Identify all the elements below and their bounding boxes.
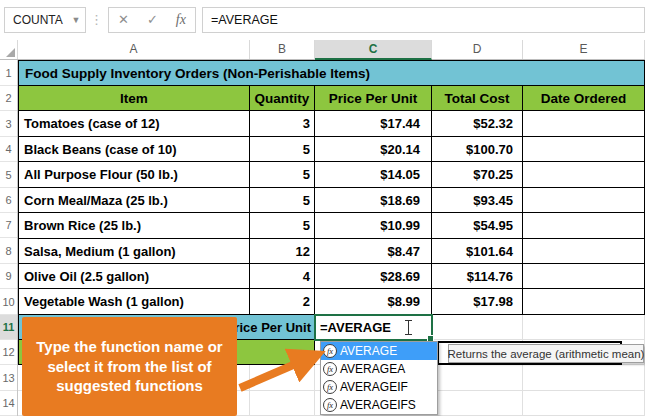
formula-input[interactable]: =AVERAGE	[202, 7, 645, 33]
cell-price[interactable]: $8.47	[315, 239, 432, 264]
row-header-9[interactable]: 9	[0, 264, 17, 289]
table-row: Black Beans (case of 10) 5 $20.14 $100.7…	[18, 137, 645, 162]
cell-date[interactable]	[523, 111, 645, 137]
cell-header-price[interactable]: Price Per Unit	[315, 86, 432, 111]
cell-total[interactable]: $54.95	[432, 213, 523, 239]
cell-date[interactable]	[523, 264, 645, 289]
autocomplete-item-averageifs[interactable]: fx AVERAGEIFS	[321, 396, 437, 414]
select-all-corner[interactable]	[0, 40, 18, 59]
instruction-callout: Type the function name or select it from…	[22, 317, 237, 416]
cancel-icon[interactable]: ✕	[118, 8, 129, 32]
cell-date[interactable]	[523, 162, 645, 188]
cell-price[interactable]: $17.44	[315, 111, 432, 137]
autocomplete-label: AVERAGEA	[340, 362, 405, 376]
column-header-e[interactable]: E	[523, 40, 645, 59]
cell-header-quantity[interactable]: Quantity	[250, 86, 315, 111]
row-header-5[interactable]: 5	[0, 162, 17, 188]
cell-item[interactable]: Salsa, Medium (1 gallon)	[18, 239, 250, 264]
text-cursor-icon	[405, 320, 412, 335]
autocomplete-item-averagea[interactable]: fx AVERAGEA	[321, 360, 437, 378]
cell-quantity[interactable]: 2	[250, 289, 315, 315]
cell-item[interactable]: Olive Oil (2.5 gallon)	[18, 264, 250, 289]
cell-header-total[interactable]: Total Cost	[432, 86, 523, 111]
row-header-7[interactable]: 7	[0, 213, 17, 238]
cell-date[interactable]	[523, 137, 645, 162]
name-box[interactable]: COUNTA ▼	[4, 7, 86, 33]
cell-total[interactable]: $114.76	[432, 264, 523, 289]
cell-e14[interactable]	[523, 391, 645, 416]
row-header-10[interactable]: 10	[0, 289, 17, 315]
table-row: Corn Meal/Maza (25 lb.) 5 $18.69 $93.45	[18, 188, 645, 213]
cell-price[interactable]: $14.05	[315, 162, 432, 188]
cell-d14[interactable]	[432, 391, 523, 416]
cell-quantity[interactable]: 5	[250, 213, 315, 239]
column-headers: A B C D E	[0, 40, 645, 60]
table-row: Salsa, Medium (1 gallon) 12 $8.47 $101.6…	[18, 239, 645, 264]
cell-e11[interactable]	[523, 315, 645, 340]
cell-quantity[interactable]: 12	[250, 239, 315, 264]
name-box-dropdown-icon[interactable]: ▼	[67, 15, 85, 25]
row-header-6[interactable]: 6	[0, 188, 17, 213]
cell-total[interactable]: $70.25	[432, 162, 523, 188]
function-tooltip: Returns the average (arithmetic mean)	[448, 344, 644, 363]
cell-quantity[interactable]: 5	[250, 188, 315, 213]
cell-total[interactable]: $101.64	[432, 239, 523, 264]
active-cell-editor[interactable]: =AVERAGE	[314, 314, 433, 341]
cell-date[interactable]	[523, 289, 645, 315]
cell-price[interactable]: $18.69	[315, 188, 432, 213]
row-header-2[interactable]: 2	[0, 86, 17, 111]
cell-item[interactable]: Corn Meal/Maza (25 lb.)	[18, 188, 250, 213]
formula-bar-buttons: ✕ ✓ fx	[108, 7, 196, 33]
enter-icon[interactable]: ✓	[147, 8, 158, 32]
cell-item[interactable]: Tomatoes (case of 12)	[18, 111, 250, 137]
cell-total[interactable]: $52.32	[432, 111, 523, 137]
cell-price[interactable]: $20.14	[315, 137, 432, 162]
formula-bar-separator-dots: ⋮	[90, 8, 102, 32]
cell-price[interactable]: $28.69	[315, 264, 432, 289]
autocomplete-item-averageif[interactable]: fx AVERAGEIF	[321, 378, 437, 396]
cell-item[interactable]: Vegetable Wash (1 gallon)	[18, 289, 250, 315]
cell-quantity[interactable]: 5	[250, 162, 315, 188]
cell-title[interactable]: Food Supply Inventory Orders (Non-Perish…	[18, 60, 645, 86]
row-header-1[interactable]: 1	[0, 60, 17, 86]
name-box-value: COUNTA	[5, 13, 67, 27]
cell-total[interactable]: $93.45	[432, 188, 523, 213]
cell-date[interactable]	[523, 188, 645, 213]
insert-function-icon[interactable]: fx	[176, 12, 186, 28]
cell-date[interactable]	[523, 239, 645, 264]
cell-total[interactable]: $17.98	[432, 289, 523, 315]
cell-item[interactable]: All Purpose Flour (50 lb.)	[18, 162, 250, 188]
excel-spreadsheet-window: COUNTA ▼ ⋮ ✕ ✓ fx =AVERAGE A B C D E 1 2…	[0, 0, 645, 416]
cell-price[interactable]: $10.99	[315, 213, 432, 239]
cell-quantity[interactable]: 4	[250, 264, 315, 289]
row-header-8[interactable]: 8	[0, 238, 17, 264]
row-header-3[interactable]: 3	[0, 111, 17, 137]
cell-e13[interactable]	[523, 365, 645, 391]
cell-d13[interactable]	[432, 365, 523, 391]
row-header-12[interactable]: 12	[0, 340, 17, 365]
fx-icon: fx	[323, 398, 337, 412]
cell-quantity[interactable]: 3	[250, 111, 315, 137]
cell-price[interactable]: $8.99	[315, 289, 432, 315]
row-header-14[interactable]: 14	[0, 391, 17, 416]
cell-header-item[interactable]: Item	[18, 86, 250, 111]
cell-quantity[interactable]: 5	[250, 137, 315, 162]
column-header-c[interactable]: C	[315, 40, 432, 60]
cell-item[interactable]: Brown Rice (25 lb.)	[18, 213, 250, 239]
cell-d11[interactable]	[432, 315, 523, 340]
autocomplete-item-average[interactable]: fx AVERAGE	[321, 342, 437, 360]
active-cell-text: =AVERAGE	[316, 320, 391, 335]
table-row: All Purpose Flour (50 lb.) 5 $14.05 $70.…	[18, 162, 645, 188]
column-header-d[interactable]: D	[432, 40, 523, 59]
row-header-4[interactable]: 4	[0, 137, 17, 162]
row-header-13[interactable]: 13	[0, 365, 17, 391]
column-header-a[interactable]: A	[18, 40, 250, 59]
cell-date[interactable]	[523, 213, 645, 239]
row-header-11[interactable]: 11	[0, 315, 17, 340]
column-header-b[interactable]: B	[250, 40, 315, 59]
cell-header-date-ordered[interactable]: Date Ordered	[523, 86, 645, 111]
table-row: Olive Oil (2.5 gallon) 4 $28.69 $114.76	[18, 264, 645, 289]
table-row: Vegetable Wash (1 gallon) 2 $8.99 $17.98	[18, 289, 645, 315]
cell-total[interactable]: $100.70	[432, 137, 523, 162]
cell-item[interactable]: Black Beans (case of 10)	[18, 137, 250, 162]
